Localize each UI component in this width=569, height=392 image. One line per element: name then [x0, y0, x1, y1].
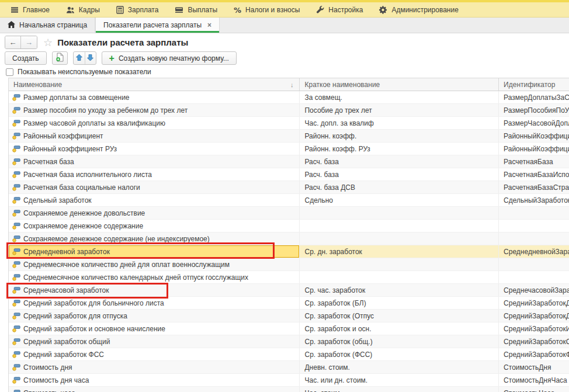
- cell-name[interactable]: Средний заработок ФСС: [9, 348, 299, 360]
- cell-name[interactable]: Стоимость дня: [9, 361, 299, 373]
- cell-name[interactable]: Расчетная база исполнительного листа: [9, 168, 299, 181]
- cell-short-name[interactable]: Районн. коэфф.: [299, 130, 498, 142]
- cell-identifier[interactable]: СтоимостьДня: [498, 361, 569, 373]
- table-row[interactable]: Стоимость дняДневн. стоим.СтоимостьДня: [9, 361, 569, 374]
- menu-item-settings[interactable]: Настройка: [316, 6, 363, 14]
- cell-identifier[interactable]: СреднийЗаработокОбщий: [498, 335, 569, 348]
- cell-name[interactable]: Средний заработок для больничного листа: [9, 297, 299, 309]
- cell-short-name[interactable]: [299, 233, 498, 245]
- cell-identifier[interactable]: СтоимостьДняЧаса: [498, 374, 569, 386]
- cell-short-name[interactable]: [299, 207, 498, 219]
- column-header-short[interactable]: Краткое наименование: [299, 78, 498, 91]
- table-row[interactable]: Средний заработок ФСССр. заработок (ФСС)…: [9, 348, 569, 361]
- cell-name[interactable]: Расчетная база: [9, 155, 299, 168]
- cell-identifier[interactable]: СреднедневнойЗаработок: [498, 245, 569, 258]
- table-row[interactable]: Размер пособия по уходу за ребенком до т…: [9, 104, 569, 117]
- table-row[interactable]: Среднечасовой заработокСр. час. заработо…: [9, 284, 569, 297]
- cell-short-name[interactable]: За совмещ.: [299, 91, 498, 103]
- table-row[interactable]: Стоимость дня часаЧас. или дн. стоим.Сто…: [9, 374, 569, 387]
- cell-identifier[interactable]: РазмерПособияПоУходуЗ: [498, 104, 569, 116]
- cell-identifier[interactable]: РасчетнаяБазаСтраховые: [498, 181, 569, 193]
- column-header-id[interactable]: Идентификатор: [498, 78, 569, 91]
- tab-home[interactable]: Начальная страница: [0, 18, 95, 33]
- menu-item-salary[interactable]: Зарплата: [116, 6, 159, 14]
- table-row[interactable]: Районный коэффициентРайонн. коэфф.Районн…: [9, 130, 569, 143]
- cell-short-name[interactable]: Ср. час. заработок: [299, 284, 498, 296]
- cell-short-name[interactable]: Пособие до трех лет: [299, 104, 498, 116]
- cell-identifier[interactable]: РазмерЧасовойДоплатыЗ: [498, 117, 569, 129]
- cell-identifier[interactable]: РайонныйКоэффициент: [498, 130, 569, 142]
- cell-name[interactable]: Районный коэффициент РУз: [9, 143, 299, 155]
- cell-short-name[interactable]: [299, 258, 498, 270]
- favorite-star-icon[interactable]: ☆: [43, 37, 53, 48]
- cell-short-name[interactable]: Ср. заработок (ФСС): [299, 348, 498, 360]
- cell-short-name[interactable]: Час. или дн. стоим.: [299, 374, 498, 386]
- cell-short-name[interactable]: Сдельно: [299, 194, 498, 206]
- cell-identifier[interactable]: СреднийЗаработокДляБЛ: [498, 297, 569, 309]
- cell-short-name[interactable]: Расч. база: [299, 155, 498, 168]
- table-row[interactable]: Районный коэффициент РУзРайонн. коэфф. Р…: [9, 143, 569, 155]
- cell-name[interactable]: Средний заработок общий: [9, 335, 299, 348]
- menu-item-admin[interactable]: Администрирование: [379, 6, 458, 14]
- move-up-button[interactable]: [74, 52, 85, 64]
- cell-identifier[interactable]: [498, 258, 569, 270]
- create-button[interactable]: Создать: [5, 51, 47, 65]
- cell-name[interactable]: Сохраняемое денежное содержание (не инде…: [9, 233, 299, 245]
- cell-identifier[interactable]: [498, 271, 569, 283]
- cell-name[interactable]: Средний заработок и основное начисление: [9, 322, 299, 335]
- cell-name[interactable]: Среднемесячное количество дней для оплат…: [9, 258, 299, 270]
- tab-salary-indicators[interactable]: Показатели расчета зарплаты ×: [95, 18, 220, 33]
- table-row[interactable]: Сохраняемое денежное довольствие: [9, 207, 569, 220]
- forward-button[interactable]: →: [21, 36, 37, 48]
- table-row[interactable]: Размер доплаты за совмещениеЗа совмещ.Ра…: [9, 91, 569, 104]
- table-row[interactable]: Размер часовой доплаты за квалификациюЧа…: [9, 117, 569, 130]
- menu-item-taxes[interactable]: %Налоги и взносы: [234, 6, 300, 14]
- cell-name[interactable]: Сохраняемое денежное довольствие: [9, 207, 299, 219]
- menu-item-hr[interactable]: Кадры: [66, 6, 100, 14]
- table-row[interactable]: Среднемесячное количество календарных дн…: [9, 271, 569, 284]
- create-print-form-button[interactable]: + Создать новую печатную форму...: [102, 51, 237, 65]
- cell-identifier[interactable]: РасчетнаяБаза: [498, 155, 569, 168]
- cell-identifier[interactable]: РасчетнаяБазаИсполните: [498, 168, 569, 181]
- cell-short-name[interactable]: Районн. коэфф. РУз: [299, 143, 498, 155]
- cell-name[interactable]: Размер доплаты за совмещение: [9, 91, 299, 103]
- table-row[interactable]: Средний заработок для отпускаСр. заработ…: [9, 310, 569, 322]
- menu-item-main[interactable]: Главное: [11, 6, 50, 14]
- table-row[interactable]: Расчетная база исполнительного листаРасч…: [9, 168, 569, 181]
- table-row[interactable]: Сохраняемое денежное содержание (не инде…: [9, 233, 569, 245]
- cell-name[interactable]: Среднемесячное количество календарных дн…: [9, 271, 299, 283]
- cell-short-name[interactable]: Ср. заработок (общ.): [299, 335, 498, 348]
- cell-identifier[interactable]: СтоимостьЧаса: [498, 387, 569, 392]
- cell-name[interactable]: Сдельный заработок: [9, 194, 299, 206]
- cell-short-name[interactable]: Ср. дн. заработок: [299, 245, 498, 258]
- cell-identifier[interactable]: [498, 220, 569, 232]
- cell-short-name[interactable]: Ср. заработок и осн.: [299, 322, 498, 335]
- table-row[interactable]: Сдельный заработокСдельноСдельныйЗаработ…: [9, 194, 569, 207]
- cell-short-name[interactable]: [299, 271, 498, 283]
- copy-item-button[interactable]: [52, 51, 68, 65]
- cell-name[interactable]: Сохраняемое денежное содержание: [9, 220, 299, 232]
- cell-name[interactable]: Стоимость дня часа: [9, 374, 299, 386]
- cell-identifier[interactable]: РазмерДоплатыЗаСовмещ: [498, 91, 569, 103]
- cell-name[interactable]: Среднедневной заработок: [9, 245, 299, 258]
- show-unused-checkbox[interactable]: [6, 68, 13, 76]
- cell-short-name[interactable]: Час. допл. за квалиф: [299, 117, 498, 129]
- tab-close-icon[interactable]: ×: [207, 21, 211, 29]
- cell-identifier[interactable]: [498, 207, 569, 219]
- table-row[interactable]: Стоимость часаЧас. стоим.СтоимостьЧаса: [9, 387, 569, 392]
- column-header-name[interactable]: Наименование ↓: [9, 78, 299, 91]
- cell-name[interactable]: Средний заработок для отпуска: [9, 310, 299, 322]
- back-button[interactable]: ←: [5, 36, 21, 48]
- cell-name[interactable]: Стоимость часа: [9, 387, 299, 392]
- table-row[interactable]: Среднедневной заработокСр. дн. заработок…: [9, 245, 569, 258]
- cell-name[interactable]: Размер часовой доплаты за квалификацию: [9, 117, 299, 129]
- cell-identifier[interactable]: СреднийЗаработокИОснов: [498, 322, 569, 335]
- menu-item-payments[interactable]: Выплаты: [175, 6, 217, 14]
- table-row[interactable]: Средний заработок и основное начислениеС…: [9, 322, 569, 335]
- table-row[interactable]: Расчетная база социальные налогиРасч. ба…: [9, 181, 569, 194]
- table-row[interactable]: Средний заработок общийСр. заработок (об…: [9, 335, 569, 348]
- cell-name[interactable]: Районный коэффициент: [9, 130, 299, 142]
- cell-name[interactable]: Среднечасовой заработок: [9, 284, 299, 296]
- cell-short-name[interactable]: Ср. заработок (БЛ): [299, 297, 498, 309]
- cell-name[interactable]: Расчетная база социальные налоги: [9, 181, 299, 193]
